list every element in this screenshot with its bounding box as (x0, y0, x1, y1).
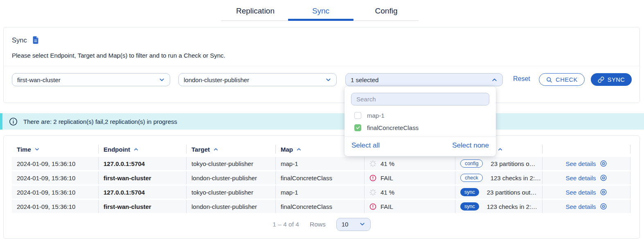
see-details-link[interactable]: See details (565, 160, 607, 167)
cell-details: See details (543, 186, 630, 199)
cell-event: sync 23 partitions out… (455, 186, 543, 199)
table-body: 2024-01-09, 15:36:10 127.0.0.1:5704 toky… (12, 157, 630, 213)
maps-select-value: 1 selected (351, 76, 378, 83)
chevron-up-icon (491, 77, 498, 83)
cell-time: 2024-01-09, 15:36:10 (12, 157, 99, 170)
column-header-target[interactable]: Target (187, 142, 276, 156)
endpoint-select-value: first-wan-cluster (17, 76, 61, 83)
maps-dropdown-panel: map-1 finalConcreteClass Select all Sele… (345, 86, 496, 156)
target-select[interactable]: london-cluster-publisher (178, 73, 337, 86)
table-header: Time Endpoint Target Map (12, 142, 630, 156)
spinner-icon (369, 189, 376, 196)
check-button[interactable]: CHECK (539, 73, 585, 86)
chevron-down-icon (325, 77, 331, 83)
sync-table-panel: Time Endpoint Target Map (3, 135, 640, 239)
sync-button[interactable]: SYNC (591, 73, 632, 86)
cell-status: FAIL (365, 171, 455, 184)
event-badge: sync (460, 188, 479, 196)
page-size-select[interactable]: 10 (336, 218, 371, 231)
see-details-link[interactable]: See details (565, 188, 607, 196)
event-badge: config (460, 159, 483, 168)
chevron-down-icon (159, 77, 165, 83)
page-size-value: 10 (342, 221, 349, 228)
endpoint-select[interactable]: first-wan-cluster (12, 73, 170, 86)
page-range: 1 – 4 of 4 (272, 221, 299, 228)
event-badge: sync (460, 202, 479, 211)
eye-icon (600, 160, 607, 167)
cell-target: tokyo-cluster-publisher (187, 186, 276, 199)
map-search-input[interactable] (351, 93, 489, 105)
cell-map: map-1 (276, 186, 365, 199)
cell-target: london-cluster-publisher (187, 171, 276, 184)
select-all-button[interactable]: Select all (351, 141, 380, 150)
cell-details: See details (543, 171, 630, 184)
event-text: 23 partitions out… (487, 189, 537, 196)
map-option-label: map-1 (367, 112, 385, 119)
spinner-icon (369, 160, 376, 167)
cell-details: See details (543, 200, 630, 213)
table-row: 2024-01-09, 15:36:10 127.0.0.1:5704 toky… (12, 157, 630, 170)
chevron-up-icon (498, 147, 503, 152)
cell-status: 41 % (365, 157, 455, 170)
document-icon[interactable] (31, 36, 40, 45)
status-text: FAIL (381, 203, 393, 210)
cell-target: london-cluster-publisher (187, 200, 276, 213)
sync-filter-panel: Sync Please select Endpoint, Target and … (3, 27, 640, 103)
tab-sync[interactable]: Sync (288, 4, 354, 20)
cell-event: config 23 partitions o… (455, 157, 543, 170)
reset-button[interactable]: Reset (513, 75, 530, 83)
cell-details: See details (543, 157, 630, 170)
table-row: 2024-01-09, 15:36:10 first-wan-cluster l… (12, 200, 630, 213)
page-title: Sync (12, 36, 27, 44)
info-banner: There are: 2 replication(s) fail,2 repli… (0, 113, 644, 130)
filter-instructions: Please select Endpoint, Target and Map(s… (12, 52, 225, 59)
sync-page: Replication Sync Config Sync Please sele… (0, 0, 644, 242)
event-text: 23 partitions o… (491, 160, 535, 167)
see-details-link[interactable]: See details (565, 203, 607, 210)
cell-endpoint: first-wan-cluster (99, 200, 187, 213)
cell-status: 41 % (365, 186, 455, 199)
maps-select[interactable]: 1 selected (345, 73, 503, 86)
select-none-button[interactable]: Select none (452, 141, 489, 150)
event-text: 123 checks in 2:… (491, 175, 541, 182)
status-text: 41 % (381, 189, 394, 196)
divider (4, 66, 639, 66)
table-row: 2024-01-09, 15:36:10 127.0.0.1:5704 toky… (12, 186, 630, 199)
banner-text: There are: 2 replication(s) fail,2 repli… (23, 118, 177, 125)
alert-circle-icon (369, 203, 376, 210)
cell-map: finalConcreteClass (276, 200, 365, 213)
map-option-map-1[interactable]: map-1 (354, 110, 496, 121)
cell-map: finalConcreteClass (276, 171, 365, 184)
target-select-value: london-cluster-publisher (184, 76, 249, 83)
event-badge: check (460, 174, 483, 182)
info-icon (9, 117, 18, 126)
cell-time: 2024-01-09, 15:36:10 (12, 186, 99, 199)
cell-endpoint: first-wan-cluster (99, 171, 187, 184)
column-header-time[interactable]: Time (12, 142, 99, 156)
cell-map: map-1 (276, 157, 365, 170)
cell-endpoint: 127.0.0.1:5704 (99, 157, 187, 170)
cell-endpoint: 127.0.0.1:5704 (99, 186, 187, 199)
checkbox-unchecked[interactable] (354, 112, 361, 119)
chevron-down-icon (34, 147, 40, 152)
status-text: FAIL (381, 175, 393, 182)
eye-icon (600, 174, 607, 182)
link-icon (598, 76, 604, 83)
checkbox-checked[interactable] (354, 124, 361, 131)
eye-icon (600, 203, 607, 210)
search-icon (546, 76, 552, 83)
cell-time: 2024-01-09, 15:36:10 (12, 171, 99, 184)
eye-icon (600, 188, 607, 196)
table-row: 2024-01-09, 15:36:10 first-wan-cluster l… (12, 171, 630, 184)
tab-config[interactable]: Config (354, 4, 419, 20)
see-details-link[interactable]: See details (565, 174, 607, 182)
chevron-up-icon (296, 147, 302, 152)
column-header-endpoint[interactable]: Endpoint (99, 142, 187, 156)
map-option-label: finalConcreteClass (367, 124, 419, 131)
status-text: 41 % (381, 160, 394, 167)
active-tab-indicator (288, 19, 354, 21)
tab-replication[interactable]: Replication (223, 4, 288, 20)
alert-circle-icon (369, 175, 376, 182)
map-option-finalconcreteclass[interactable]: finalConcreteClass (354, 122, 496, 133)
pagination: 1 – 4 of 4 Rows 10 (4, 218, 639, 231)
